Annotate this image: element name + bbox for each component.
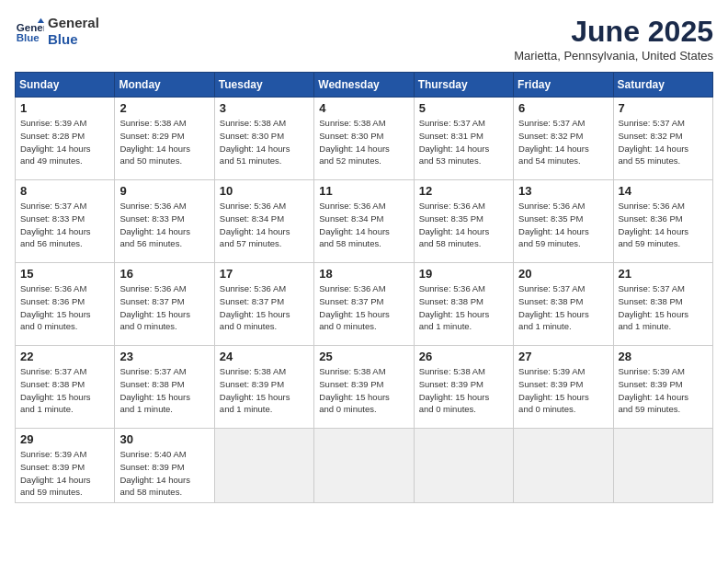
calendar-week-row: 1Sunrise: 5:39 AM Sunset: 8:28 PM Daylig… <box>16 98 713 180</box>
calendar-day-cell: 27Sunrise: 5:39 AM Sunset: 8:39 PM Dayli… <box>514 346 613 429</box>
day-number: 11 <box>319 184 408 198</box>
svg-marker-2 <box>38 18 44 23</box>
day-info: Sunrise: 5:38 AM Sunset: 8:30 PM Dayligh… <box>319 117 408 167</box>
calendar-table: SundayMondayTuesdayWednesdayThursdayFrid… <box>15 72 713 503</box>
day-info: Sunrise: 5:38 AM Sunset: 8:30 PM Dayligh… <box>220 117 309 167</box>
svg-text:Blue: Blue <box>17 32 40 43</box>
calendar-week-row: 22Sunrise: 5:37 AM Sunset: 8:38 PM Dayli… <box>16 346 713 429</box>
page-header: General Blue General Blue June 2025 Mari… <box>15 15 713 63</box>
day-number: 10 <box>220 184 309 198</box>
day-info: Sunrise: 5:36 AM Sunset: 8:36 PM Dayligh… <box>619 200 708 250</box>
day-info: Sunrise: 5:39 AM Sunset: 8:39 PM Dayligh… <box>518 365 608 416</box>
calendar-day-cell: 22Sunrise: 5:37 AM Sunset: 8:38 PM Dayli… <box>16 346 115 429</box>
calendar-day-cell: 15Sunrise: 5:36 AM Sunset: 8:36 PM Dayli… <box>16 263 115 346</box>
day-number: 25 <box>319 350 408 363</box>
day-info: Sunrise: 5:40 AM Sunset: 8:39 PM Dayligh… <box>119 448 209 499</box>
calendar-day-cell: 17Sunrise: 5:36 AM Sunset: 8:37 PM Dayli… <box>214 263 313 346</box>
day-info: Sunrise: 5:39 AM Sunset: 8:28 PM Dayligh… <box>20 117 109 167</box>
calendar-day-cell <box>214 429 313 503</box>
day-number: 28 <box>619 350 708 363</box>
day-number: 17 <box>220 267 309 281</box>
calendar-day-cell <box>414 429 513 503</box>
logo: General Blue General Blue <box>15 15 99 48</box>
calendar-day-cell: 30Sunrise: 5:40 AM Sunset: 8:39 PM Dayli… <box>115 429 214 503</box>
calendar-day-cell: 29Sunrise: 5:39 AM Sunset: 8:39 PM Dayli… <box>16 429 115 503</box>
weekday-header: Wednesday <box>314 73 414 98</box>
calendar-day-cell: 23Sunrise: 5:37 AM Sunset: 8:38 PM Dayli… <box>115 346 214 429</box>
day-info: Sunrise: 5:37 AM Sunset: 8:38 PM Dayligh… <box>518 282 608 333</box>
day-number: 20 <box>518 267 608 281</box>
day-info: Sunrise: 5:37 AM Sunset: 8:32 PM Dayligh… <box>518 117 608 167</box>
day-info: Sunrise: 5:39 AM Sunset: 8:39 PM Dayligh… <box>619 365 708 416</box>
day-number: 29 <box>20 432 109 446</box>
calendar-day-cell: 1Sunrise: 5:39 AM Sunset: 8:28 PM Daylig… <box>16 98 115 180</box>
day-info: Sunrise: 5:37 AM Sunset: 8:32 PM Dayligh… <box>619 117 708 167</box>
day-number: 8 <box>20 184 109 198</box>
calendar-header-row: SundayMondayTuesdayWednesdayThursdayFrid… <box>16 73 713 98</box>
calendar-day-cell: 8Sunrise: 5:37 AM Sunset: 8:33 PM Daylig… <box>16 180 115 263</box>
calendar-day-cell: 11Sunrise: 5:36 AM Sunset: 8:34 PM Dayli… <box>314 180 414 263</box>
calendar-day-cell: 5Sunrise: 5:37 AM Sunset: 8:31 PM Daylig… <box>414 98 513 180</box>
day-number: 4 <box>319 101 408 115</box>
day-info: Sunrise: 5:38 AM Sunset: 8:39 PM Dayligh… <box>319 365 408 416</box>
calendar-day-cell: 18Sunrise: 5:36 AM Sunset: 8:37 PM Dayli… <box>314 263 414 346</box>
day-number: 23 <box>119 350 209 363</box>
weekday-header: Friday <box>514 73 613 98</box>
day-info: Sunrise: 5:37 AM Sunset: 8:31 PM Dayligh… <box>419 117 508 167</box>
calendar-day-cell <box>314 429 414 503</box>
day-info: Sunrise: 5:36 AM Sunset: 8:34 PM Dayligh… <box>319 200 408 250</box>
day-info: Sunrise: 5:37 AM Sunset: 8:38 PM Dayligh… <box>119 365 209 416</box>
weekday-header: Thursday <box>414 73 513 98</box>
day-number: 7 <box>619 101 708 115</box>
day-info: Sunrise: 5:36 AM Sunset: 8:33 PM Dayligh… <box>119 200 209 250</box>
weekday-header: Saturday <box>613 73 712 98</box>
day-info: Sunrise: 5:37 AM Sunset: 8:38 PM Dayligh… <box>20 365 109 416</box>
calendar-day-cell: 2Sunrise: 5:38 AM Sunset: 8:29 PM Daylig… <box>115 98 214 180</box>
day-number: 14 <box>619 184 708 198</box>
calendar-day-cell: 20Sunrise: 5:37 AM Sunset: 8:38 PM Dayli… <box>514 263 613 346</box>
day-info: Sunrise: 5:38 AM Sunset: 8:39 PM Dayligh… <box>419 365 508 416</box>
day-info: Sunrise: 5:36 AM Sunset: 8:34 PM Dayligh… <box>220 200 309 250</box>
day-info: Sunrise: 5:36 AM Sunset: 8:36 PM Dayligh… <box>20 282 109 333</box>
day-number: 2 <box>119 101 209 115</box>
calendar-day-cell: 25Sunrise: 5:38 AM Sunset: 8:39 PM Dayli… <box>314 346 414 429</box>
title-block: June 2025 Marietta, Pennsylvania, United… <box>514 15 713 63</box>
day-number: 19 <box>419 267 508 281</box>
logo-text-line1: General <box>48 15 99 31</box>
calendar-day-cell: 12Sunrise: 5:36 AM Sunset: 8:35 PM Dayli… <box>414 180 513 263</box>
calendar-day-cell <box>613 429 712 503</box>
day-number: 13 <box>518 184 608 198</box>
calendar-day-cell: 3Sunrise: 5:38 AM Sunset: 8:30 PM Daylig… <box>214 98 313 180</box>
day-info: Sunrise: 5:36 AM Sunset: 8:38 PM Dayligh… <box>419 282 508 333</box>
day-number: 21 <box>619 267 708 281</box>
day-info: Sunrise: 5:38 AM Sunset: 8:29 PM Dayligh… <box>119 117 209 167</box>
day-number: 18 <box>319 267 408 281</box>
logo-text-line2: Blue <box>48 31 99 48</box>
calendar-day-cell: 28Sunrise: 5:39 AM Sunset: 8:39 PM Dayli… <box>613 346 712 429</box>
calendar-day-cell: 6Sunrise: 5:37 AM Sunset: 8:32 PM Daylig… <box>514 98 613 180</box>
calendar-week-row: 8Sunrise: 5:37 AM Sunset: 8:33 PM Daylig… <box>16 180 713 263</box>
day-number: 16 <box>119 267 209 281</box>
day-info: Sunrise: 5:36 AM Sunset: 8:37 PM Dayligh… <box>319 282 408 333</box>
weekday-header: Tuesday <box>214 73 313 98</box>
calendar-day-cell <box>514 429 613 503</box>
day-number: 5 <box>419 101 508 115</box>
day-number: 27 <box>518 350 608 363</box>
calendar-day-cell: 7Sunrise: 5:37 AM Sunset: 8:32 PM Daylig… <box>613 98 712 180</box>
day-number: 12 <box>419 184 508 198</box>
day-number: 26 <box>419 350 508 363</box>
logo-icon: General Blue <box>15 17 44 46</box>
calendar-day-cell: 13Sunrise: 5:36 AM Sunset: 8:35 PM Dayli… <box>514 180 613 263</box>
calendar-day-cell: 4Sunrise: 5:38 AM Sunset: 8:30 PM Daylig… <box>314 98 414 180</box>
day-info: Sunrise: 5:39 AM Sunset: 8:39 PM Dayligh… <box>20 448 109 499</box>
calendar-day-cell: 9Sunrise: 5:36 AM Sunset: 8:33 PM Daylig… <box>115 180 214 263</box>
calendar-day-cell: 16Sunrise: 5:36 AM Sunset: 8:37 PM Dayli… <box>115 263 214 346</box>
day-info: Sunrise: 5:37 AM Sunset: 8:33 PM Dayligh… <box>20 200 109 250</box>
day-number: 3 <box>220 101 309 115</box>
month-title: June 2025 <box>514 15 713 49</box>
weekday-header: Sunday <box>16 73 115 98</box>
day-number: 22 <box>20 350 109 363</box>
day-info: Sunrise: 5:36 AM Sunset: 8:37 PM Dayligh… <box>119 282 209 333</box>
location-text: Marietta, Pennsylvania, United States <box>514 49 713 63</box>
calendar-day-cell: 14Sunrise: 5:36 AM Sunset: 8:36 PM Dayli… <box>613 180 712 263</box>
